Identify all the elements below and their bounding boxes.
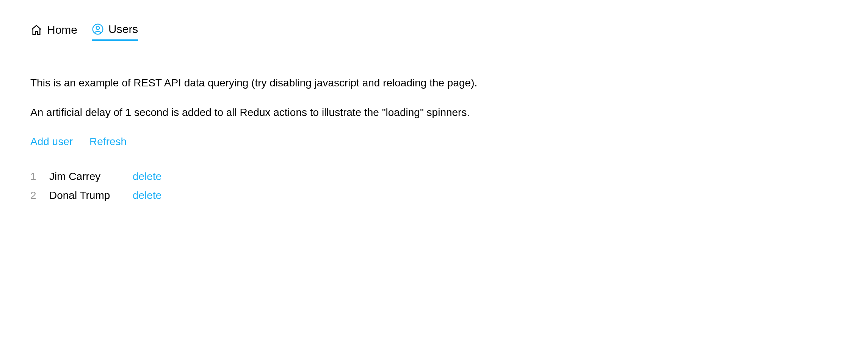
nav-item-home[interactable]: Home (30, 23, 77, 41)
user-row: 2 Donal Trump delete (30, 189, 838, 202)
user-icon (92, 23, 104, 35)
user-list: 1 Jim Carrey delete 2 Donal Trump delete (30, 170, 838, 202)
delete-button[interactable]: delete (133, 170, 161, 183)
delete-button[interactable]: delete (133, 189, 161, 202)
svg-point-1 (96, 26, 100, 30)
user-name: Donal Trump (49, 189, 133, 202)
user-id: 2 (30, 189, 49, 202)
description-line2: An artificial delay of 1 second is added… (30, 105, 838, 120)
user-id: 1 (30, 170, 49, 183)
refresh-button[interactable]: Refresh (89, 136, 127, 148)
user-name: Jim Carrey (49, 170, 133, 183)
nav-item-users-label: Users (108, 23, 138, 36)
nav-item-users[interactable]: Users (92, 23, 138, 41)
add-user-button[interactable]: Add user (30, 136, 73, 148)
actions-bar: Add user Refresh (30, 136, 838, 148)
nav-bar: Home Users (30, 23, 838, 41)
user-row: 1 Jim Carrey delete (30, 170, 838, 183)
home-icon (30, 24, 42, 36)
description-line1: This is an example of REST API data quer… (30, 75, 838, 91)
nav-item-home-label: Home (47, 23, 77, 36)
